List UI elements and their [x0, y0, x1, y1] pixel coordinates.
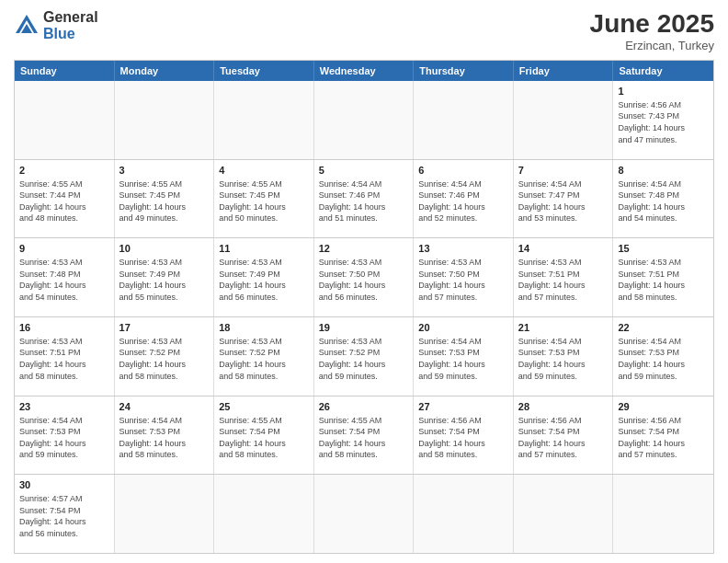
cell-day-24: 24 Sunrise: 4:54 AMSunset: 7:53 PMDaylig… — [115, 396, 215, 475]
cell-day-28: 28 Sunrise: 4:56 AMSunset: 7:54 PMDaylig… — [514, 396, 614, 475]
day-number: 19 — [319, 321, 409, 335]
day-number: 29 — [618, 400, 709, 414]
cell-day-19: 19 Sunrise: 4:53 AMSunset: 7:52 PMDaylig… — [314, 317, 415, 396]
cell-info: Sunrise: 4:55 AMSunset: 7:54 PMDaylight:… — [319, 415, 409, 461]
cell-info: Sunrise: 4:53 AMSunset: 7:52 PMDaylight:… — [319, 336, 409, 382]
day-number: 12 — [319, 242, 409, 256]
day-number: 17 — [119, 321, 210, 335]
cell-day-6: 6 Sunrise: 4:54 AMSunset: 7:46 PMDayligh… — [414, 160, 514, 238]
day-number: 9 — [19, 242, 109, 256]
cell-info: Sunrise: 4:53 AMSunset: 7:52 PMDaylight:… — [119, 336, 210, 382]
cell-info: Sunrise: 4:55 AMSunset: 7:44 PMDaylight:… — [19, 178, 109, 224]
logo-blue: Blue — [43, 26, 98, 42]
day-number: 11 — [219, 242, 309, 256]
cell-empty-4 — [314, 81, 415, 159]
cell-day-9: 9 Sunrise: 4:53 AMSunset: 7:48 PMDayligh… — [15, 238, 115, 316]
cell-day-12: 12 Sunrise: 4:53 AMSunset: 7:50 PMDaylig… — [314, 238, 415, 316]
cell-info: Sunrise: 4:54 AMSunset: 7:48 PMDaylight:… — [618, 178, 709, 224]
week-2: 2 Sunrise: 4:55 AMSunset: 7:44 PMDayligh… — [15, 159, 713, 238]
week-3: 9 Sunrise: 4:53 AMSunset: 7:48 PMDayligh… — [15, 237, 713, 316]
cell-info: Sunrise: 4:56 AMSunset: 7:54 PMDaylight:… — [418, 415, 508, 461]
cell-empty-11 — [514, 475, 614, 553]
cell-empty-12 — [613, 475, 713, 553]
cell-day-8: 8 Sunrise: 4:54 AMSunset: 7:48 PMDayligh… — [613, 160, 713, 238]
day-number: 30 — [19, 478, 109, 492]
cell-info: Sunrise: 4:54 AMSunset: 7:47 PMDaylight:… — [518, 178, 609, 224]
cell-day-18: 18 Sunrise: 4:53 AMSunset: 7:52 PMDaylig… — [214, 317, 314, 396]
logo: General Blue — [14, 9, 98, 41]
week-6: 30 Sunrise: 4:57 AMSunset: 7:54 PMDaylig… — [15, 474, 713, 553]
cell-info: Sunrise: 4:53 AMSunset: 7:51 PMDaylight:… — [19, 336, 109, 382]
day-number: 27 — [418, 400, 508, 414]
cell-info: Sunrise: 4:54 AMSunset: 7:53 PMDaylight:… — [618, 336, 709, 382]
cell-day-14: 14 Sunrise: 4:53 AMSunset: 7:51 PMDaylig… — [514, 238, 614, 316]
cell-day-13: 13 Sunrise: 4:53 AMSunset: 7:50 PMDaylig… — [414, 238, 514, 316]
cell-day-1: 1 Sunrise: 4:56 AMSunset: 7:43 PMDayligh… — [613, 81, 713, 159]
cell-day-22: 22 Sunrise: 4:54 AMSunset: 7:53 PMDaylig… — [613, 317, 713, 396]
cell-info: Sunrise: 4:53 AMSunset: 7:49 PMDaylight:… — [219, 257, 309, 303]
logo-general: General — [43, 9, 98, 26]
day-number: 13 — [418, 242, 508, 256]
day-number: 15 — [618, 242, 709, 256]
header-wednesday: Wednesday — [314, 61, 415, 81]
calendar-body: 1 Sunrise: 4:56 AMSunset: 7:43 PMDayligh… — [15, 81, 713, 553]
cell-info: Sunrise: 4:55 AMSunset: 7:54 PMDaylight:… — [219, 415, 309, 461]
cell-empty-2 — [115, 81, 215, 159]
header: General Blue June 2025 Erzincan, Turkey — [14, 9, 714, 52]
day-number: 16 — [19, 321, 109, 335]
cell-info: Sunrise: 4:56 AMSunset: 7:43 PMDaylight:… — [618, 99, 709, 145]
logo-text: General Blue — [43, 9, 98, 41]
cell-day-4: 4 Sunrise: 4:55 AMSunset: 7:45 PMDayligh… — [214, 160, 314, 238]
header-friday: Friday — [514, 61, 614, 81]
cell-info: Sunrise: 4:54 AMSunset: 7:46 PMDaylight:… — [418, 178, 508, 224]
cell-day-2: 2 Sunrise: 4:55 AMSunset: 7:44 PMDayligh… — [15, 160, 115, 238]
day-number: 8 — [618, 164, 709, 178]
cell-info: Sunrise: 4:53 AMSunset: 7:50 PMDaylight:… — [319, 257, 409, 303]
cell-day-5: 5 Sunrise: 4:54 AMSunset: 7:46 PMDayligh… — [314, 160, 415, 238]
cell-day-11: 11 Sunrise: 4:53 AMSunset: 7:49 PMDaylig… — [214, 238, 314, 316]
week-4: 16 Sunrise: 4:53 AMSunset: 7:51 PMDaylig… — [15, 316, 713, 396]
cell-info: Sunrise: 4:54 AMSunset: 7:53 PMDaylight:… — [19, 415, 109, 461]
day-number: 2 — [19, 164, 109, 178]
day-number: 21 — [518, 321, 609, 335]
cell-day-30: 30 Sunrise: 4:57 AMSunset: 7:54 PMDaylig… — [15, 475, 115, 553]
cell-info: Sunrise: 4:56 AMSunset: 7:54 PMDaylight:… — [618, 415, 709, 461]
cell-empty-7 — [115, 475, 215, 553]
header-thursday: Thursday — [414, 61, 514, 81]
logo-icon — [14, 13, 40, 39]
day-number: 22 — [618, 321, 709, 335]
header-tuesday: Tuesday — [214, 61, 314, 81]
header-sunday: Sunday — [15, 61, 115, 81]
cell-empty-1 — [15, 81, 115, 159]
calendar: Sunday Monday Tuesday Wednesday Thursday… — [14, 60, 714, 554]
day-number: 20 — [418, 321, 508, 335]
cell-empty-9 — [314, 475, 415, 553]
day-number: 24 — [119, 400, 210, 414]
cell-info: Sunrise: 4:53 AMSunset: 7:51 PMDaylight:… — [518, 257, 609, 303]
header-monday: Monday — [115, 61, 215, 81]
day-number: 6 — [418, 164, 508, 178]
cell-info: Sunrise: 4:53 AMSunset: 7:51 PMDaylight:… — [618, 257, 709, 303]
calendar-header: Sunday Monday Tuesday Wednesday Thursday… — [15, 61, 713, 81]
day-number: 25 — [219, 400, 309, 414]
cell-info: Sunrise: 4:57 AMSunset: 7:54 PMDaylight:… — [19, 493, 109, 539]
title-area: June 2025 Erzincan, Turkey — [590, 9, 714, 52]
cell-info: Sunrise: 4:53 AMSunset: 7:50 PMDaylight:… — [418, 257, 508, 303]
day-number: 26 — [319, 400, 409, 414]
cell-info: Sunrise: 4:53 AMSunset: 7:52 PMDaylight:… — [219, 336, 309, 382]
cell-day-26: 26 Sunrise: 4:55 AMSunset: 7:54 PMDaylig… — [314, 396, 415, 475]
day-number: 10 — [119, 242, 210, 256]
day-number: 1 — [618, 85, 709, 98]
cell-info: Sunrise: 4:54 AMSunset: 7:53 PMDaylight:… — [418, 336, 508, 382]
cell-empty-10 — [414, 475, 514, 553]
week-1: 1 Sunrise: 4:56 AMSunset: 7:43 PMDayligh… — [15, 81, 713, 159]
header-saturday: Saturday — [613, 61, 713, 81]
week-5: 23 Sunrise: 4:54 AMSunset: 7:53 PMDaylig… — [15, 396, 713, 475]
day-number: 14 — [518, 242, 609, 256]
month-title: June 2025 — [590, 9, 714, 39]
day-number: 23 — [19, 400, 109, 414]
cell-day-10: 10 Sunrise: 4:53 AMSunset: 7:49 PMDaylig… — [115, 238, 215, 316]
cell-empty-5 — [414, 81, 514, 159]
cell-day-21: 21 Sunrise: 4:54 AMSunset: 7:53 PMDaylig… — [514, 317, 614, 396]
cell-info: Sunrise: 4:54 AMSunset: 7:53 PMDaylight:… — [119, 415, 210, 461]
